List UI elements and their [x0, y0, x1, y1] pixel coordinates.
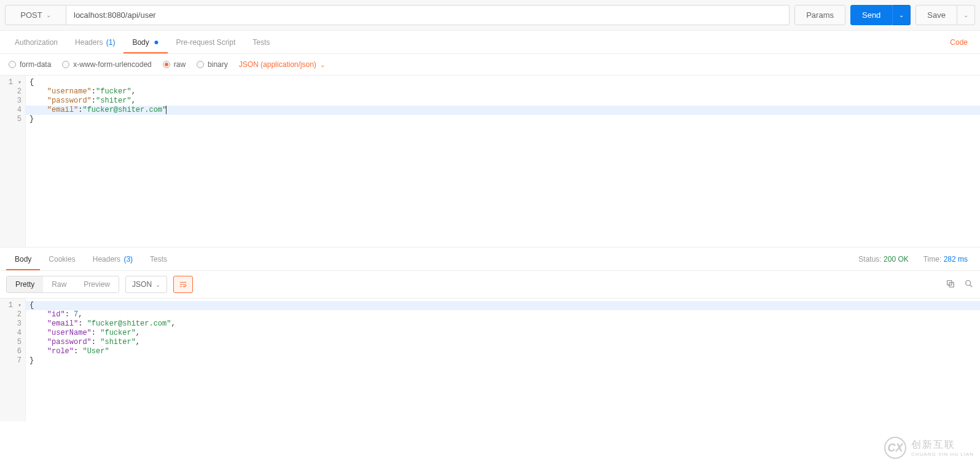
search-response-button[interactable]: [964, 279, 974, 291]
wrap-icon: [179, 280, 187, 289]
chevron-down-icon: ⌄: [963, 12, 968, 18]
unsaved-dot-icon: ●: [154, 37, 159, 47]
response-language-select[interactable]: JSON ⌄: [125, 276, 167, 293]
save-dropdown-button[interactable]: ⌄: [957, 5, 975, 25]
save-button-group: Save ⌄: [915, 5, 975, 25]
copy-icon: [946, 279, 955, 289]
tab-headers-label: Headers: [75, 38, 103, 47]
radio-icon: [197, 61, 204, 68]
content-type-select[interactable]: JSON (application/json) ⌄: [239, 60, 325, 69]
response-body-editor[interactable]: 1 ▾234567 { "id": 7, "email": "fucker@sh…: [0, 299, 980, 421]
tab-authorization[interactable]: Authorization: [6, 32, 66, 53]
radio-icon: [9, 61, 16, 68]
chevron-down-icon: ⌄: [46, 12, 51, 18]
request-body-editor[interactable]: 1 ▾2345 { "username":"fucker", "password…: [0, 76, 980, 248]
radio-icon: [62, 61, 69, 68]
svg-point-2: [966, 280, 971, 285]
chevron-down-icon: ⌄: [320, 61, 325, 68]
tab-headers[interactable]: Headers (1): [66, 32, 123, 53]
params-button[interactable]: Params: [794, 5, 845, 25]
body-type-form-data[interactable]: form-data: [9, 60, 51, 69]
save-button[interactable]: Save: [915, 5, 957, 25]
response-toolbar: Pretty Raw Preview JSON ⌄: [0, 271, 980, 299]
response-tab-headers[interactable]: Headers (3): [84, 249, 141, 270]
view-mode-raw[interactable]: Raw: [43, 276, 75, 292]
send-button[interactable]: Send: [850, 5, 892, 25]
request-tabs: Authorization Headers (1) Body ● Pre-req…: [0, 31, 980, 54]
request-url-input[interactable]: [66, 5, 790, 25]
view-mode-pretty[interactable]: Pretty: [7, 276, 43, 292]
chevron-down-icon: ⌄: [155, 281, 160, 288]
tab-prerequest[interactable]: Pre-request Script: [168, 32, 245, 53]
body-type-urlencoded[interactable]: x-www-form-urlencoded: [62, 60, 151, 69]
time-value: 282 ms: [944, 255, 968, 264]
editor-gutter: 1 ▾2345: [0, 76, 26, 247]
status-value: 200 OK: [884, 255, 909, 264]
body-type-raw[interactable]: raw: [163, 60, 186, 69]
response-tab-headers-label: Headers: [93, 255, 120, 264]
response-language-value: JSON: [132, 280, 152, 289]
content-type-value: JSON (application/json): [239, 60, 316, 69]
response-tab-tests[interactable]: Tests: [141, 249, 176, 270]
generate-code-link[interactable]: Code: [944, 32, 974, 53]
response-status-bar: Status: 200 OK Time: 282 ms: [858, 255, 974, 264]
search-icon: [964, 279, 974, 289]
status-block: Status: 200 OK: [858, 255, 908, 264]
time-block: Time: 282 ms: [923, 255, 968, 264]
time-label: Time:: [923, 255, 942, 264]
view-mode-segment: Pretty Raw Preview: [6, 276, 119, 293]
chevron-down-icon: ⌄: [899, 12, 904, 18]
radio-selected-icon: [163, 61, 170, 68]
view-mode-preview[interactable]: Preview: [75, 276, 119, 292]
body-type-row: form-data x-www-form-urlencoded raw bina…: [0, 54, 980, 76]
response-tab-body[interactable]: Body: [6, 249, 40, 270]
http-method-value: POST: [20, 10, 42, 20]
request-top-bar: POST ⌄ Params Send ⌄ Save ⌄: [0, 0, 980, 31]
response-action-icons: [946, 279, 974, 291]
wrap-lines-button[interactable]: [173, 276, 193, 293]
send-button-group: Send ⌄: [850, 5, 911, 25]
body-type-binary[interactable]: binary: [197, 60, 228, 69]
response-tabs: Body Cookies Headers (3) Tests Status: 2…: [0, 248, 980, 271]
copy-response-button[interactable]: [946, 279, 955, 291]
editor-code-area[interactable]: { "username":"fucker", "password":"shite…: [26, 76, 980, 247]
response-tab-headers-count: (3): [123, 255, 133, 264]
tab-headers-count: (1): [106, 38, 116, 47]
http-method-select[interactable]: POST ⌄: [5, 5, 66, 25]
send-dropdown-button[interactable]: ⌄: [892, 5, 911, 25]
tab-body-label: Body: [132, 38, 149, 47]
response-tab-cookies[interactable]: Cookies: [40, 249, 84, 270]
tab-body[interactable]: Body ●: [123, 32, 167, 53]
svg-line-3: [970, 284, 973, 287]
editor-gutter: 1 ▾234567: [0, 299, 26, 421]
tab-tests[interactable]: Tests: [244, 32, 278, 53]
status-label: Status:: [858, 255, 881, 264]
editor-code-area: { "id": 7, "email": "fucker@shiter.com",…: [26, 299, 980, 421]
